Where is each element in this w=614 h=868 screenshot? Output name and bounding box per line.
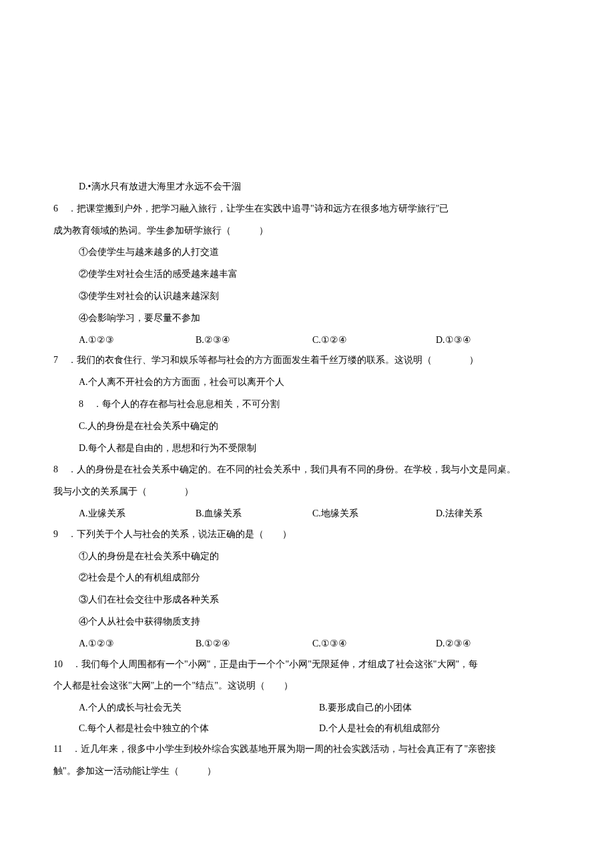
q11-number: 11 <box>53 744 62 754</box>
q10-stem-line2: 个人都是社会这张"大网"上的一个"结点"。这说明（ ） <box>53 676 561 697</box>
q6-option-d: D.①③④ <box>436 330 561 351</box>
q11-stem-line1: 11 ．近几年来，很多中小学生到校外综合实践基地开展为期一周的社会实践活动，与社… <box>53 739 561 760</box>
q6-option-a: A.①②③ <box>79 330 196 351</box>
q10-number: 10 <box>53 659 63 669</box>
q7-option-c: C.人的身份是在社会关系中确定的 <box>53 416 561 437</box>
q6-stem-line1: 6 ．把课堂搬到户外，把学习融入旅行，让学生在实践中追寻"诗和远方在很多地方研学… <box>53 199 561 220</box>
q10-option-b: B.要形成自己的小团体 <box>319 698 561 719</box>
q9-statement-4: ④个人从社会中获得物质支持 <box>53 612 561 632</box>
q8-option-b: B.血缘关系 <box>196 504 312 524</box>
q8-option-c: C.地缘关系 <box>312 504 436 524</box>
q6-statement-2: ②使学生对社会生活的感受越来越丰富 <box>53 264 561 285</box>
q9-option-d: D.②③④ <box>436 634 561 655</box>
q9-option-a: A.①②③ <box>79 634 196 655</box>
q6-statement-3: ③使学生对社会的认识越来越深刻 <box>53 286 561 307</box>
q6-statement-1: ①会使学生与越来越多的人打交道 <box>53 242 561 263</box>
q6-stem-line2: 成为教育领域的热词。学生参加研学旅行（ ） <box>53 221 561 242</box>
q6-option-b: B.②③④ <box>196 330 312 351</box>
q7-option-b: 8 ．每个人的存在都与社会息息相关，不可分割 <box>53 394 561 415</box>
q9-stem: 9 ．下列关于个人与社会的关系，说法正确的是（ ） <box>53 524 561 545</box>
q10-option-d: D.个人是社会的有机组成部分 <box>319 719 561 739</box>
q7-number: 7 <box>53 355 58 365</box>
q6-options: A.①②③ B.②③④ C.①②④ D.①③④ <box>53 330 561 351</box>
q7-option-d: D.每个人都是自由的，思想和行为不受限制 <box>53 438 561 459</box>
q10-option-a: A.个人的成长与社会无关 <box>79 698 319 719</box>
q9-statement-2: ②社会是个人的有机组成部分 <box>53 568 561 588</box>
q6-option-c: C.①②④ <box>312 330 436 351</box>
q8-number: 8 <box>53 464 58 474</box>
q9-statement-1: ①人的身份是在社会关系中确定的 <box>53 546 561 567</box>
q8-option-d: D.法律关系 <box>436 504 561 524</box>
q9-option-b: B.①②④ <box>196 634 312 655</box>
q10-options-row2: C.每个人都是社会中独立的个体 D.个人是社会的有机组成部分 <box>53 719 561 739</box>
q8-option-a: A.业缘关系 <box>79 504 196 524</box>
q9-option-c: C.①③④ <box>312 634 436 655</box>
q10-option-c: C.每个人都是社会中独立的个体 <box>79 719 319 739</box>
q7-stem: 7 ．我们的衣食住行、学习和娱乐等都与社会的方方面面发生着千丝万缕的联系。这说明… <box>53 350 561 371</box>
q6-statement-4: ④会影响学习，要尽量不参加 <box>53 308 561 329</box>
q10-stem-line1: 10 ．我们每个人周围都有一个"小网"，正是由于一个个"小网"无限延伸，才组成了… <box>53 655 561 675</box>
q8-options: A.业缘关系 B.血缘关系 C.地缘关系 D.法律关系 <box>53 504 561 524</box>
q8-stem-line1: 8 ．人的身份是在社会关系中确定的。在不同的社会关系中，我们具有不同的身份。在学… <box>53 460 561 480</box>
q11-stem-line2: 触"。参加这一活动能让学生（ ） <box>53 761 561 782</box>
q9-options: A.①②③ B.①②④ C.①③④ D.②③④ <box>53 634 561 655</box>
q6-number: 6 <box>53 203 58 213</box>
q10-options-row1: A.个人的成长与社会无关 B.要形成自己的小团体 <box>53 698 561 719</box>
q9-statement-3: ③人们在社会交往中形成各种关系 <box>53 590 561 610</box>
q7-option-a: A.个人离不开社会的方方面面，社会可以离开个人 <box>53 372 561 393</box>
q9-number: 9 <box>53 529 58 539</box>
q5-option-d: D.•滴水只有放进大海里才永远不会干涸 <box>53 177 561 197</box>
q8-stem-line2: 我与小文的关系属于（ ） <box>53 482 561 502</box>
